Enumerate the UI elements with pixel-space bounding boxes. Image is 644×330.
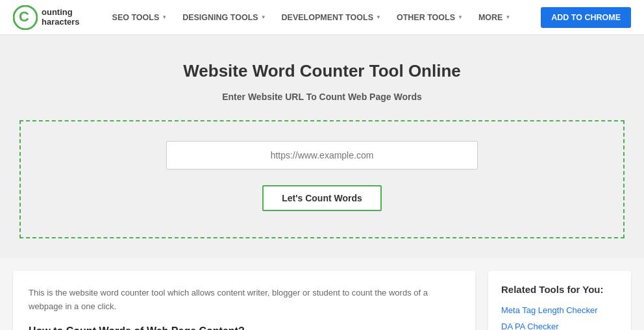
chevron-down-icon: ▼ (505, 14, 510, 20)
count-words-button[interactable]: Let's Count Words (262, 185, 382, 211)
url-input[interactable] (166, 141, 478, 170)
add-to-chrome-button[interactable]: ADD TO CHROME (541, 7, 631, 28)
how-to-title: How to Count Words of Web Page Content? (29, 325, 460, 330)
sidebar-title: Related Tools for You: (501, 284, 618, 295)
site-header: C ounting haracters SEO TOOLS ▼ DESIGNIN… (0, 0, 644, 35)
logo-text: ounting haracters (42, 8, 80, 27)
nav-other-tools[interactable]: OTHER TOOLS ▼ (390, 0, 469, 35)
chevron-down-icon: ▼ (458, 14, 463, 20)
hero-section: Website Word Counter Tool Online Enter W… (0, 35, 644, 258)
nav-seo-tools[interactable]: SEO TOOLS ▼ (106, 0, 174, 35)
logo-icon: C (13, 5, 38, 30)
nav-development-tools[interactable]: DEVELOPMENT TOOLS ▼ (275, 0, 388, 35)
bottom-section: This is the website word counter tool wh… (0, 258, 644, 330)
chevron-down-icon: ▼ (376, 14, 381, 20)
tool-input-area: Let's Count Words (19, 120, 625, 238)
page-title: Website Word Counter Tool Online (13, 61, 631, 81)
logo[interactable]: C ounting haracters (13, 5, 80, 30)
page-subtitle: Enter Website URL To Count Web Page Word… (13, 92, 631, 102)
chevron-down-icon: ▼ (162, 14, 167, 20)
nav-more[interactable]: MORE ▼ (472, 0, 517, 35)
content-card: This is the website word counter tool wh… (13, 271, 475, 330)
content-description: This is the website word counter tool wh… (29, 286, 460, 314)
nav-designing-tools[interactable]: DESIGNING TOOLS ▼ (176, 0, 272, 35)
chevron-down-icon: ▼ (261, 14, 266, 20)
sidebar-link-da-pa[interactable]: DA PA Checker (501, 322, 618, 330)
main-nav: SEO TOOLS ▼ DESIGNING TOOLS ▼ DEVELOPMEN… (106, 0, 541, 35)
sidebar-link-meta-tag[interactable]: Meta Tag Length Checker (501, 305, 618, 315)
svg-text:C: C (19, 8, 29, 25)
sidebar-card: Related Tools for You: Meta Tag Length C… (488, 271, 631, 330)
